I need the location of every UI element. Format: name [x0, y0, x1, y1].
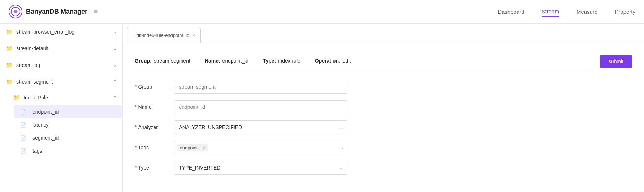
chevron-down-icon: ⌄ [341, 145, 344, 150]
chevron-down-icon: ⌄ [113, 63, 117, 68]
sidebar-label: latency [33, 122, 48, 128]
doc-icon: 📄 [20, 109, 26, 115]
required-star: * [135, 165, 137, 171]
folder-icon: 📁 [6, 29, 13, 35]
field-row-group: * Group [135, 80, 632, 94]
chevron-down-icon: ⌄ [339, 125, 343, 130]
chevron-down-icon: ⌄ [113, 46, 117, 51]
sidebar-item-log[interactable]: 📁 stream-log ⌄ [0, 57, 122, 73]
header: BanyanDB Manager ≡ Dashboard Stream Meas… [0, 0, 644, 24]
chevron-up-icon: ⌃ [113, 95, 117, 100]
sidebar-item-endpoint-id[interactable]: 📄 endpoint_id [14, 105, 122, 118]
sidebar-sub-index-rule: 📁 Index-Rule ⌃ 📄 endpoint_id ✎ [0, 90, 122, 157]
group-value: stream-segment [154, 58, 190, 64]
sidebar-item-segment[interactable]: 📁 stream-segment ⌃ [0, 73, 122, 90]
sidebar-label: stream-segment [16, 79, 53, 85]
tab-close-button[interactable]: × [192, 33, 195, 38]
sidebar-sub-item-index-rule[interactable]: 📁 Index-Rule ⌃ [7, 90, 122, 105]
type-select[interactable]: TYPE_INVERTED ⌄ [174, 161, 347, 175]
sidebar-label: stream-log [16, 62, 40, 68]
folder-icon: 📁 [6, 45, 13, 52]
group-label: Group: [135, 58, 152, 64]
tags-input[interactable]: endpoint... × ⌄ [174, 141, 347, 154]
sidebar-item-browser-error-log[interactable]: 📁 stream-browser_error_log ⌄ [0, 24, 122, 40]
doc-icon: 📄 [20, 148, 26, 154]
analyzer-value: ANALYZER_UNSPECIFIED [179, 124, 242, 130]
logo-icon [9, 5, 22, 18]
tag-value: endpoint... [180, 145, 202, 150]
sidebar: 📁 stream-browser_error_log ⌄ 📁 stream-de… [0, 24, 123, 192]
menu-icon[interactable]: ≡ [94, 8, 98, 16]
main-layout: 📁 stream-browser_error_log ⌄ 📁 stream-de… [0, 24, 644, 192]
field-row-type: * Type TYPE_INVERTED ⌄ [135, 161, 632, 175]
info-operation: Operation: edit [315, 58, 351, 64]
folder-icon: 📁 [13, 94, 20, 101]
required-star: * [135, 145, 137, 150]
sidebar-item-latency[interactable]: 📄 latency [14, 118, 122, 131]
nav-property[interactable]: Property [615, 7, 635, 16]
doc-icon: 📄 [20, 135, 26, 141]
sidebar-label: endpoint_id [33, 109, 59, 115]
doc-icon: 📄 [20, 122, 26, 128]
field-label-analyzer: Analyzer [138, 124, 174, 130]
field-label-type: Type [138, 165, 174, 171]
operation-value: edit [343, 58, 351, 64]
sidebar-label: stream-default [16, 46, 48, 51]
sidebar-label: stream-browser_error_log [16, 29, 74, 35]
required-star: * [135, 104, 137, 110]
info-name: Name: endpoint_id [205, 58, 248, 64]
content-area: Edit-index-rule-endpoint_id × Group: str… [123, 24, 644, 192]
sidebar-label: segment_id [33, 135, 59, 141]
tab-bar: Edit-index-rule-endpoint_id × [123, 24, 644, 43]
tab-edit-index-rule[interactable]: Edit-index-rule-endpoint_id × [127, 27, 201, 43]
chevron-up-icon: ⌃ [113, 79, 117, 84]
sidebar-label: tags [33, 148, 42, 154]
sidebar-item-tags[interactable]: 📄 tags [14, 144, 122, 157]
sidebar-item-default[interactable]: 📁 stream-default ⌄ [0, 40, 122, 57]
submit-button[interactable]: submit [600, 55, 632, 68]
nav-stream[interactable]: Stream [542, 7, 559, 17]
name-value: endpoint_id [222, 58, 248, 64]
nav-measure[interactable]: Measure [576, 7, 597, 16]
info-bar: Group: stream-segment Name: endpoint_id … [135, 52, 632, 71]
field-row-analyzer: * Analyzer ANALYZER_UNSPECIFIED ⌄ [135, 120, 632, 134]
group-input[interactable] [174, 80, 347, 94]
field-label-name: Name [138, 104, 174, 110]
field-label-tags: Tags [138, 145, 174, 150]
form-area: Group: stream-segment Name: endpoint_id … [123, 43, 644, 192]
name-label: Name: [205, 58, 220, 64]
type-value: index-rule [278, 58, 300, 64]
folder-icon: 📁 [6, 62, 13, 68]
folder-icon: 📁 [6, 78, 13, 85]
nav-dashboard[interactable]: Dashboard [498, 7, 524, 16]
chevron-down-icon: ⌄ [113, 29, 117, 34]
required-star: * [135, 124, 137, 130]
field-row-tags: * Tags endpoint... × ⌄ [135, 141, 632, 154]
field-row-name: * Name [135, 100, 632, 114]
required-star: * [135, 84, 137, 90]
operation-label: Operation: [315, 58, 341, 64]
tab-label: Edit-index-rule-endpoint_id [133, 33, 189, 38]
logo-area: BanyanDB Manager ≡ [9, 5, 98, 18]
type-label: Type: [263, 58, 276, 64]
chevron-down-icon: ⌄ [339, 165, 343, 170]
sidebar-sub2: 📄 endpoint_id ✎ edit index-rule 🗑 delete [7, 105, 122, 157]
info-type: Type: index-rule [263, 58, 301, 64]
tag-chip: endpoint... × [177, 144, 207, 151]
analyzer-select[interactable]: ANALYZER_UNSPECIFIED ⌄ [174, 120, 347, 134]
type-value: TYPE_INVERTED [179, 165, 220, 171]
name-input[interactable] [174, 100, 347, 114]
info-group: Group: stream-segment [135, 58, 190, 64]
sidebar-label: Index-Rule [23, 95, 48, 101]
tag-remove-button[interactable]: × [203, 145, 205, 150]
sidebar-item-segment-id[interactable]: 📄 segment_id [14, 131, 122, 144]
main-nav: Dashboard Stream Measure Property [498, 7, 635, 17]
field-label-group: Group [138, 84, 174, 90]
app-title: BanyanDB Manager [26, 8, 87, 16]
